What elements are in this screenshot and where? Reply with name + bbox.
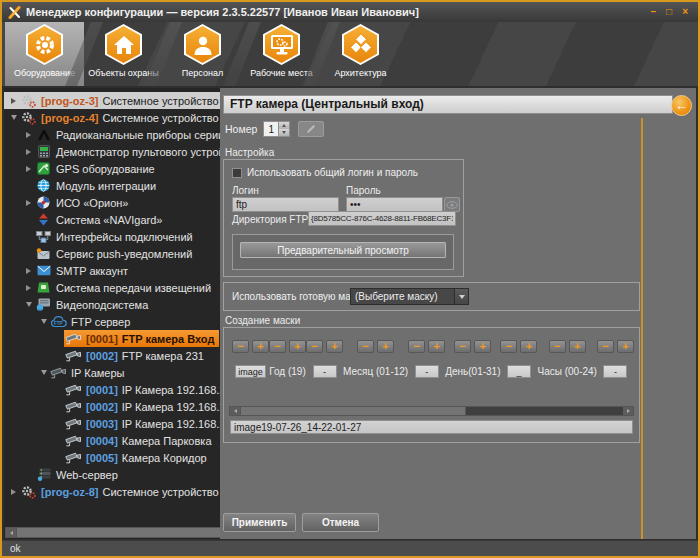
spin-down-icon[interactable]: [279, 129, 289, 136]
maximize-button[interactable]: □: [666, 7, 672, 17]
mask-column: −+День(01-31): [445, 340, 500, 378]
tree-item[interactable]: [prog-oz-4]Системное устройство: [4, 109, 220, 126]
tree-item[interactable]: Радиоканальные приборы серии "Lonta-Opti…: [4, 126, 220, 143]
mask-part-input[interactable]: image: [235, 365, 266, 378]
mask-part-input[interactable]: -: [415, 365, 439, 378]
content-panel: FTP камера (Центральный вход) ← Номер 1: [220, 88, 696, 539]
expand-arrow-icon[interactable]: [23, 268, 34, 274]
edit-number-button[interactable]: [298, 121, 324, 137]
tree-item[interactable]: GPS оборудование: [4, 160, 220, 177]
tree-item[interactable]: [0002]FTP камера 231: [4, 347, 220, 364]
tree-item[interactable]: [0002]IP Камера 192.168.20.232: [4, 398, 220, 415]
tree-item[interactable]: [0001]FTP камера Вход: [4, 330, 220, 347]
login-input[interactable]: [232, 197, 339, 212]
expand-arrow-icon[interactable]: [23, 149, 34, 155]
system-device-gears-icon: [20, 485, 37, 499]
window-title: Менеджер конфигурации — версия 2.3.5.225…: [26, 6, 646, 18]
tree-item[interactable]: [0003]IP Камера 192.168.20.231: [4, 415, 220, 432]
tree-item[interactable]: Видеоподсистема: [4, 296, 220, 313]
apply-button[interactable]: Применить: [223, 513, 296, 532]
expand-arrow-icon[interactable]: [23, 285, 34, 291]
cctv-camera-icon: [65, 332, 82, 346]
scroll-left-icon[interactable]: [230, 407, 240, 415]
mask-minus-button[interactable]: −: [269, 340, 286, 353]
collapse-arrow-icon[interactable]: [23, 302, 34, 307]
mask-minus-button[interactable]: −: [500, 340, 517, 353]
mask-plus-button[interactable]: +: [474, 340, 491, 353]
number-spinner[interactable]: 1: [263, 121, 290, 137]
cancel-button[interactable]: Отмена: [302, 513, 379, 532]
tree-item-label: Система «NAVIgard»: [56, 214, 162, 226]
mask-plus-button[interactable]: +: [428, 340, 445, 353]
tree-item[interactable]: [0001]IP Камера 192.168.20.250: [4, 381, 220, 398]
mask-part-input[interactable]: -: [603, 365, 627, 378]
back-arrow-icon: ←: [675, 99, 688, 112]
collapse-arrow-icon[interactable]: [8, 115, 19, 120]
expand-arrow-icon[interactable]: [23, 166, 34, 172]
collapse-arrow-icon[interactable]: [38, 319, 49, 324]
cctv-camera-icon: [65, 451, 82, 465]
mask-plus-button[interactable]: +: [377, 340, 394, 353]
tree-item[interactable]: FTPFTP сервер: [4, 313, 220, 330]
expand-arrow-icon[interactable]: [23, 200, 34, 206]
shared-login-checkbox[interactable]: [232, 168, 242, 178]
tree-item-label: Системное устройство: [102, 112, 218, 124]
tree-item[interactable]: [prog-oz-3]Системное устройство: [4, 92, 220, 109]
tree-item[interactable]: Демонстратор пультового устройства: [4, 143, 220, 160]
tree-item[interactable]: [0005]Камера Коридор: [4, 449, 220, 466]
tree-item[interactable]: Web-сервер: [4, 466, 220, 483]
eye-icon: [446, 201, 458, 209]
back-button[interactable]: ←: [671, 95, 692, 116]
mask-plus-button[interactable]: +: [252, 340, 269, 353]
mask-minus-button[interactable]: −: [306, 340, 323, 353]
tree-item[interactable]: IP Камеры: [4, 364, 220, 381]
mask-preset-dropdown[interactable]: (Выберите маску): [350, 288, 469, 305]
mask-minus-button[interactable]: −: [357, 340, 374, 353]
tree-item[interactable]: Система «NAVIgard»: [4, 211, 220, 228]
mask-part-label: Часы (00-24): [537, 365, 596, 378]
mask-minus-button[interactable]: −: [549, 340, 566, 353]
expand-arrow-icon[interactable]: [8, 489, 19, 495]
mask-part-input[interactable]: -: [313, 365, 337, 378]
mask-minus-button[interactable]: −: [408, 340, 425, 353]
web-server-icon: [35, 468, 52, 482]
mask-plus-button[interactable]: +: [520, 340, 537, 353]
directory-input[interactable]: [308, 211, 456, 226]
tree-item-id: [prog-oz-4]: [41, 112, 98, 124]
mask-part-label: Год (19): [269, 365, 305, 378]
tree-item[interactable]: [0004]Камера Парковка: [4, 432, 220, 449]
tree-item[interactable]: [prog-oz-8]Системное устройство: [4, 483, 220, 500]
scroll-right-icon[interactable]: [623, 407, 633, 415]
tree-item-id: [0004]: [86, 435, 118, 447]
tree-item[interactable]: ИСО «Орион»: [4, 194, 220, 211]
preview-button[interactable]: Предварительный просмотр: [240, 242, 446, 258]
spin-up-icon[interactable]: [279, 122, 289, 129]
mask-part-input[interactable]: _: [507, 365, 531, 378]
expand-arrow-icon[interactable]: [8, 98, 19, 104]
shared-login-label: Использовать общий логин и пароль: [247, 167, 418, 178]
number-value[interactable]: 1: [263, 121, 279, 137]
mask-plus-button[interactable]: +: [569, 340, 586, 353]
show-password-button[interactable]: [444, 197, 460, 212]
scrollbar-thumb[interactable]: [240, 407, 466, 415]
mask-minus-button[interactable]: −: [597, 340, 614, 353]
mask-result-input[interactable]: [230, 420, 633, 434]
minimize-button[interactable]: –: [651, 7, 657, 17]
close-button[interactable]: ×: [682, 7, 688, 17]
mask-plus-button[interactable]: +: [617, 340, 634, 353]
cctv-camera-icon: [65, 400, 82, 414]
mask-horizontal-scrollbar[interactable]: [229, 406, 634, 416]
scroll-left-icon[interactable]: [6, 528, 16, 537]
tree-item[interactable]: Интерфейсы подключений: [4, 228, 220, 245]
mask-minus-button[interactable]: −: [232, 340, 249, 353]
mask-plus-button[interactable]: +: [289, 340, 306, 353]
password-input[interactable]: [346, 197, 443, 212]
tree-item[interactable]: SMTP аккаунт: [4, 262, 220, 279]
collapse-arrow-icon[interactable]: [38, 370, 49, 375]
mask-plus-button[interactable]: +: [326, 340, 343, 353]
tree-item[interactable]: Модуль интеграции: [4, 177, 220, 194]
expand-arrow-icon[interactable]: [23, 132, 34, 138]
mask-minus-button[interactable]: −: [454, 340, 471, 353]
tree-item[interactable]: Система передачи извещений: [4, 279, 220, 296]
tree-item[interactable]: Сервис push-уведомлений: [4, 245, 220, 262]
